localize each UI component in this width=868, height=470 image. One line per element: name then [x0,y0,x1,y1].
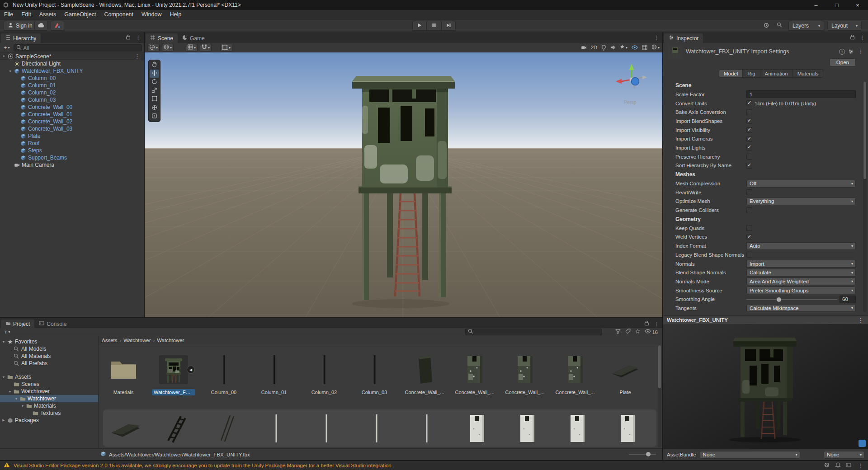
hierarchy-item-concrete-wall-03[interactable]: Concrete_Wall_03 [0,125,144,132]
preview-menu-kebab[interactable]: ⋮ [857,317,864,324]
asset-column-00[interactable]: Column_00 [201,354,246,395]
scene-options-kebab[interactable]: ⋮ [133,53,141,60]
hierarchy-item-plate[interactable]: Plate [0,132,144,140]
project-tree-item-scenes[interactable]: Scenes [0,381,98,388]
version-control-button[interactable] [51,21,64,31]
save-search-icon[interactable] [635,329,640,335]
tab-hierarchy[interactable]: Hierarchy [1,33,41,43]
hierarchy-scene-header[interactable]: ▼SampleScene*⋮ [0,53,144,60]
pause-button[interactable] [427,21,441,31]
grid-scrollbar[interactable] [658,345,661,447]
menu-help[interactable]: Help [165,10,185,19]
hierarchy-item-column-00[interactable]: Column_00 [0,75,144,82]
hierarchy-item-main-camera[interactable]: Main Camera [0,161,144,169]
asset-column-03[interactable]: Column_03 [352,354,397,395]
minimize-button[interactable]: – [806,0,826,10]
create-object-button[interactable]: +▾ [2,44,12,51]
import-visibility-checkbox[interactable] [746,127,752,133]
asset-bundle-dropdown[interactable]: None▾ [700,451,800,459]
activity-icon[interactable] [824,462,830,470]
hidden-packages-toggle[interactable]: 16 [645,329,658,335]
notifications-icon[interactable] [835,462,840,469]
subassets-expander-icon[interactable]: ◀ [187,366,195,374]
open-button[interactable]: Open [830,58,856,66]
tool-settings-dropdown[interactable]: ▾ [147,44,160,52]
scene-orientation-gizmo[interactable] [610,57,653,100]
pivot-dropdown[interactable]: ▾ [162,44,174,52]
scene-audio-icon[interactable] [610,45,616,50]
tab-project[interactable]: Project [1,320,34,328]
preserve-hierarchy-checkbox[interactable] [746,154,752,160]
tab-scene[interactable]: Scene [146,33,178,43]
foldout-arrow-icon[interactable]: ▼ [1,340,6,343]
asset-concrete-wall[interactable]: Concrete_Wall_... [402,354,447,395]
preview-badge-icon[interactable] [859,440,866,447]
breadcrumb-assets[interactable]: Assets [102,338,118,343]
hierarchy-item-concrete-wall-00[interactable]: Concrete_Wall_00 [0,103,144,111]
panel-menu-kebab[interactable]: ⋮ [134,34,142,41]
tab-console[interactable]: Console [34,320,71,328]
tab-rig[interactable]: Rig [743,70,760,77]
project-search-input[interactable] [465,329,602,335]
gizmos-dropdown[interactable]: ▾ [651,44,660,51]
close-button[interactable]: × [847,0,868,10]
panel-menu-kebab[interactable]: ⋮ [653,320,660,327]
project-tree-item-assets[interactable]: ▼Assets [0,373,98,381]
foldout-arrow-icon[interactable]: ▼ [14,397,19,400]
scene-viewport[interactable]: Persp [145,52,662,317]
panel-menu-kebab[interactable]: ⋮ [653,34,660,41]
help-icon[interactable]: ? [839,49,845,55]
camera-settings-icon[interactable] [642,45,647,50]
asset-column-01[interactable]: Column_01 [251,354,297,395]
subasset-6[interactable] [404,413,449,444]
undo-history-icon[interactable] [763,22,769,28]
console-status-icon[interactable] [846,462,851,469]
breadcrumb-watchtower[interactable]: Watchtower [123,338,151,343]
blend-shape-normals-dropdown[interactable]: Calculate▾ [746,269,856,277]
menu-edit[interactable]: Edit [17,10,35,19]
smoothing-angle-value-field[interactable]: 60 [840,296,856,303]
smoothing-angle-slider[interactable] [746,296,837,303]
asset-preview[interactable] [663,324,868,449]
project-tree-item-all-materials[interactable]: All Materials [0,352,98,360]
tangents-dropdown[interactable]: Calculate Mikktspace▾ [746,304,856,312]
slider-thumb[interactable] [777,297,781,302]
move-tool-button[interactable] [150,70,159,78]
project-tree-item-all-prefabs[interactable]: All Prefabs [0,360,98,367]
search-by-type-icon[interactable] [615,329,621,335]
panel-menu-kebab[interactable]: ⋮ [859,34,866,41]
cloud-services-button[interactable] [34,21,48,31]
search-by-label-icon[interactable] [625,329,631,335]
thumbnail-size-slider[interactable] [629,454,656,455]
subasset-7[interactable] [454,413,500,444]
sign-in-button[interactable]: Sign in [4,21,37,31]
project-tree-item-all-models[interactable]: All Models [0,345,98,352]
asset-concrete-wall[interactable]: Concrete_Wall_... [552,354,598,395]
hierarchy-item-column-01[interactable]: Column_01 [0,82,144,89]
hierarchy-search-input[interactable]: All [14,44,142,52]
play-button[interactable] [412,21,427,31]
tab-model[interactable]: Model [719,70,743,77]
normals-dropdown[interactable]: Import▾ [746,260,856,268]
import-cameras-checkbox[interactable] [746,136,752,142]
asset-bundle-variant-dropdown[interactable]: None▾ [824,451,864,459]
subasset-2[interactable] [203,413,249,444]
project-tree-item-materials[interactable]: ▼Materials [0,402,98,409]
menu-window[interactable]: Window [137,10,165,19]
layers-dropdown[interactable]: Layers▾ [788,21,824,31]
custom-tools-button[interactable] [150,113,159,121]
smoothness-source-dropdown[interactable]: Prefer Smoothing Groups▾ [746,287,856,294]
subasset-10[interactable] [605,413,650,444]
import-lights-checkbox[interactable] [746,145,752,150]
project-tree-item-favorites[interactable]: ▼Favorites [0,338,98,345]
lock-icon[interactable] [850,34,855,41]
scale-tool-button[interactable] [150,87,159,95]
hierarchy-item-concrete-wall-01[interactable]: Concrete_Wall_01 [0,111,144,118]
subasset-5[interactable] [354,413,399,444]
tab-game[interactable]: Game [178,33,209,43]
bake-axis-conversion-checkbox[interactable] [746,109,752,115]
subasset-4[interactable] [304,413,349,444]
hierarchy-item-support-beams[interactable]: Support_Beams [0,154,144,161]
scale-factor-field[interactable]: 1 [746,90,856,98]
subasset-9[interactable] [555,413,600,444]
